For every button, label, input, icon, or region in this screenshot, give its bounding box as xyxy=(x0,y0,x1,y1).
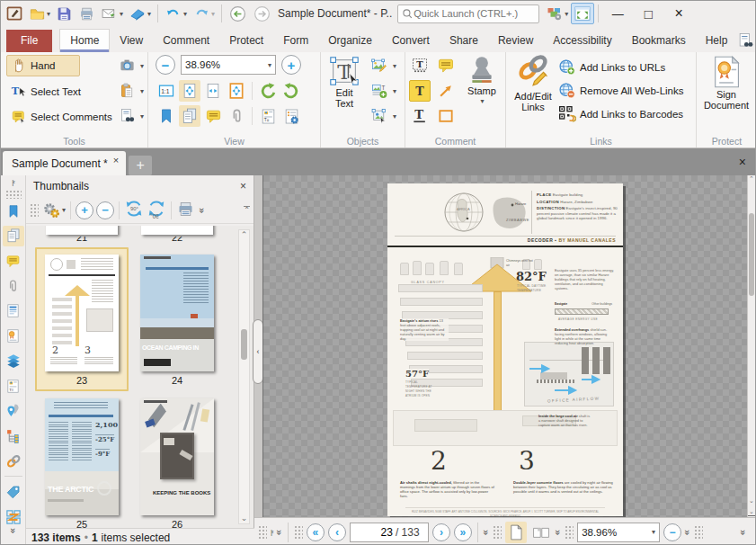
scroll-down-icon[interactable]: ⌄ xyxy=(239,514,249,523)
sign-document-button[interactable]: SignDocument xyxy=(698,55,754,111)
select-comments-button[interactable]: Select Comments xyxy=(6,106,117,128)
thumbnail-partial[interactable] xyxy=(46,226,118,235)
thumbnail-page-25[interactable]: 2,100 -25°F -9°F THE ARCTIC xyxy=(45,398,119,515)
doc-scrollbar-thumb[interactable] xyxy=(749,213,754,296)
pane-options-button[interactable] xyxy=(280,105,302,127)
scrollbar-thumb[interactable] xyxy=(241,329,247,360)
tab-bookmarks[interactable]: Bookmarks xyxy=(622,30,696,52)
typewriter-tool[interactable]: T xyxy=(409,55,431,76)
facing-pages-layout-button[interactable] xyxy=(530,522,552,543)
redo-button[interactable]: ▾ xyxy=(190,3,218,24)
edit-text-button[interactable]: T EditText xyxy=(325,55,364,109)
tab-view[interactable]: View xyxy=(110,30,153,52)
last-page-button[interactable]: » xyxy=(454,523,472,541)
close-button[interactable]: × xyxy=(663,2,694,25)
right-toolbar-grip[interactable] xyxy=(694,525,703,540)
page-number-field[interactable]: / 133 xyxy=(350,523,429,542)
minimize-button[interactable]: — xyxy=(602,2,633,25)
statusbar-zoom-out-button[interactable]: − xyxy=(663,523,681,541)
zoom-out-button[interactable]: − xyxy=(156,55,175,75)
rectangle-tool[interactable] xyxy=(435,105,457,127)
rotate-ccw-button[interactable] xyxy=(257,80,279,102)
stamp-button[interactable]: Stamp ▾ xyxy=(461,55,503,107)
save-button[interactable] xyxy=(53,3,76,24)
destinations-pane-icon[interactable] xyxy=(3,400,24,422)
rotate-cw-90-button[interactable]: 90° xyxy=(147,199,166,221)
statusbar-chevron[interactable]: » xyxy=(274,529,285,534)
nav-more-chevron[interactable]: » xyxy=(481,529,492,534)
collapse-pane-icon[interactable]: |‹ xyxy=(3,177,24,188)
quick-launch-input[interactable] xyxy=(414,8,530,19)
more-panes-chevron-icon[interactable]: » xyxy=(7,527,20,545)
zoom-in-button[interactable]: + xyxy=(281,55,301,75)
z-order-pane-icon[interactable] xyxy=(3,506,24,528)
layers-pane-icon[interactable] xyxy=(3,351,24,372)
scroll-end-icon[interactable]: ⌄ xyxy=(748,508,755,516)
first-page-button[interactable]: « xyxy=(307,523,325,541)
nav-forward-button[interactable] xyxy=(250,3,274,24)
hand-tool-button[interactable]: Hand xyxy=(6,55,80,76)
links-pane-icon[interactable] xyxy=(3,451,24,472)
attachments-pane-icon[interactable] xyxy=(3,275,24,297)
fit-width-button[interactable] xyxy=(202,80,224,102)
zoom-level-combobox[interactable]: 38.96%▾ xyxy=(181,55,276,75)
highlight-text-tool[interactable]: T xyxy=(409,80,431,102)
open-button[interactable]: ▾ xyxy=(26,3,53,24)
toolbar-grip[interactable] xyxy=(30,203,39,218)
underline-text-tool[interactable]: T xyxy=(409,105,431,127)
signatures-pane-icon[interactable] xyxy=(3,326,24,347)
thumbnails-list[interactable]: 21 22 2 3 23 xyxy=(26,226,253,528)
comments-pane-icon[interactable] xyxy=(3,250,24,272)
find-button[interactable]: ▾ xyxy=(114,105,148,127)
thumbnail-page-23[interactable]: 2 3 xyxy=(45,255,119,371)
print-thumbnails-button[interactable] xyxy=(176,200,195,221)
tags-pane-icon[interactable] xyxy=(3,481,24,503)
quick-launch-box[interactable] xyxy=(397,4,539,23)
undo-button[interactable]: ▾ xyxy=(162,3,190,24)
find-icon[interactable] xyxy=(737,32,754,52)
statusbar-zoom-combobox[interactable]: 38.96%▾ xyxy=(577,523,660,542)
tab-convert[interactable]: Convert xyxy=(382,30,440,52)
rotate-cw-button[interactable] xyxy=(280,80,302,102)
tab-review[interactable]: Review xyxy=(488,30,543,52)
thumb-zoom-in-button[interactable]: + xyxy=(76,201,93,219)
content-pane-icon[interactable]: T≡ xyxy=(3,375,24,397)
pane-grip[interactable] xyxy=(5,190,22,199)
tab-share[interactable]: Share xyxy=(440,30,488,52)
add-links-to-urls-button[interactable]: Add Links to URLs xyxy=(558,56,683,79)
statusbar-grip[interactable] xyxy=(258,525,267,540)
attachments-pane-button[interactable] xyxy=(226,105,247,127)
nav-toolbar-grip[interactable] xyxy=(294,525,303,540)
close-tab-icon[interactable]: × xyxy=(113,155,119,165)
options-gear-button[interactable]: ▾ xyxy=(41,201,66,220)
add-edit-links-button[interactable]: Add/EditLinks xyxy=(510,55,556,112)
zoom-toolbar-grip[interactable] xyxy=(565,525,574,540)
email-button[interactable]: ▾ xyxy=(98,3,126,24)
next-page-button[interactable]: › xyxy=(432,523,450,541)
fit-page-button[interactable] xyxy=(179,80,200,102)
layout-more-chevron[interactable]: » xyxy=(553,529,564,534)
tab-form[interactable]: Form xyxy=(273,30,318,52)
arrow-tool[interactable] xyxy=(435,80,457,102)
actual-size-button[interactable]: 1:1 xyxy=(156,80,177,102)
fullscreen-button[interactable] xyxy=(571,3,594,24)
scroll-top-marker[interactable]: ⌃ xyxy=(244,206,250,214)
pdf-page[interactable]: AFRICA Harare ZIMBABWE PLACE Eastgate bu… xyxy=(387,183,623,516)
content-pane-button[interactable]: T≡ xyxy=(257,105,279,127)
zoom-more-chevron[interactable]: » xyxy=(682,529,693,534)
paste-button[interactable]: ▾ xyxy=(114,80,148,102)
add-image-button[interactable]: T▾ xyxy=(368,80,399,102)
more-tools-chevron-icon[interactable]: » xyxy=(197,207,208,212)
tab-accessibility[interactable]: Accessibility xyxy=(543,30,621,52)
tab-file[interactable]: File xyxy=(6,30,52,52)
thumbnail-page-24[interactable]: OCEAN CAMPING IN xyxy=(140,255,214,371)
print-button[interactable] xyxy=(76,3,98,24)
flatten-button[interactable]: ▾ xyxy=(126,3,154,24)
edit-image-button[interactable]: ▾ xyxy=(368,55,399,76)
tab-comment[interactable]: Comment xyxy=(153,30,219,52)
fit-visible-button[interactable] xyxy=(226,80,247,102)
thumbnail-partial[interactable] xyxy=(141,226,213,235)
remove-all-web-links-button[interactable]: Remove All Web-Links xyxy=(558,79,683,103)
maximize-button[interactable]: □ xyxy=(633,2,663,25)
tab-organize[interactable]: Organize xyxy=(318,30,382,52)
